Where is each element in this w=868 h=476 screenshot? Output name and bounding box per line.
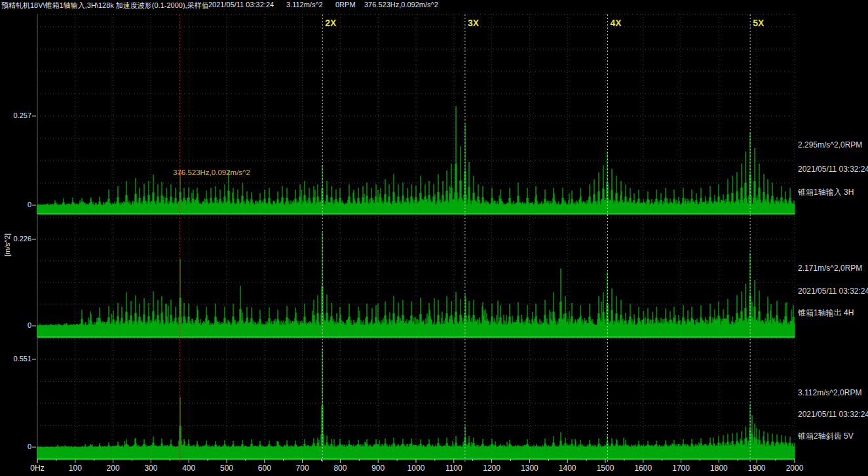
spectrum-plot-area[interactable]: 2X3X4X5X	[0, 0, 868, 476]
grid	[37, 14, 795, 462]
x-tick-label: 1400	[549, 464, 586, 473]
x-tick-label: 1700	[663, 464, 700, 473]
harmonic-cursor-4X: 4X	[608, 14, 622, 462]
frequency-cursor	[178, 14, 183, 462]
x-tick-label: 400	[170, 464, 207, 473]
y-tick-label: 0	[1, 443, 31, 450]
harmonic-cursor-5X: 5X	[750, 14, 764, 462]
y-tick-label: 0.257	[1, 111, 31, 119]
x-tick-label: 1900	[738, 464, 775, 473]
x-tick-label: 1300	[511, 464, 548, 473]
y-axis-unit-label: [m/s^2]	[3, 233, 11, 256]
x-tick-label: 200	[95, 464, 132, 473]
channel2-datetime-label: 2021/05/11 03:32:24	[798, 287, 868, 296]
harmonic-cursor-2X: 2X	[322, 14, 337, 462]
x-tick-label: 2000	[776, 464, 813, 473]
x-tick-label: 100	[57, 464, 94, 473]
x-tick-label: 800	[322, 464, 358, 473]
channel2-amplitude-label: 2.171m/s^2,0RPM	[798, 264, 862, 273]
x-tick-label: 1500	[587, 464, 624, 473]
channel1-name-label: 锥箱1轴输入 3H	[798, 187, 854, 198]
harmonic-label: 3X	[468, 18, 480, 28]
app-window: 预精轧机18V\锥箱1轴输入,3H\128k 加速度波形(0.1-2000),采…	[0, 0, 868, 476]
channel2-name-label: 锥箱1轴输出 4H	[798, 307, 854, 319]
channel3-datetime-label: 2021/05/11 03:32:24	[798, 410, 868, 419]
x-tick-label: 1000	[398, 464, 434, 473]
channel3-amplitude-label: 3.112m/s^2,0RPM	[798, 388, 861, 397]
harmonic-label: 5X	[753, 18, 764, 28]
harmonic-label: 4X	[611, 18, 622, 28]
x-tick-label: 1200	[474, 464, 510, 473]
channel1-amplitude-label: 2.295m/s^2,0RPM	[798, 140, 862, 149]
x-tick-label: 700	[284, 464, 321, 473]
x-tick-label: 900	[360, 464, 396, 473]
x-tick-label: 0Hz	[19, 464, 56, 473]
spectrum-trace-channel-2	[37, 232, 795, 337]
channel3-name-label: 锥箱2轴斜齿 5V	[798, 431, 854, 442]
x-tick-label: 500	[208, 464, 245, 473]
x-tick-label: 300	[132, 464, 169, 473]
y-tick-label: 0	[1, 201, 31, 208]
x-tick-label: 1100	[436, 464, 472, 473]
x-tick-label: 600	[246, 464, 283, 473]
harmonic-cursor-3X: 3X	[465, 14, 480, 462]
x-tick-label: 1800	[700, 464, 737, 473]
cursor-annotation: 376.523Hz,0.092m/s^2	[173, 169, 250, 176]
channel1-datetime-label: 2021/05/11 03:32:24	[798, 165, 868, 174]
x-axis-ticks	[37, 459, 795, 463]
y-tick-label: 0.551	[1, 355, 31, 363]
harmonic-label: 2X	[325, 18, 337, 28]
x-tick-label: 1600	[625, 464, 662, 473]
y-axis-ticks	[32, 116, 36, 447]
y-tick-label: 0	[1, 321, 31, 329]
